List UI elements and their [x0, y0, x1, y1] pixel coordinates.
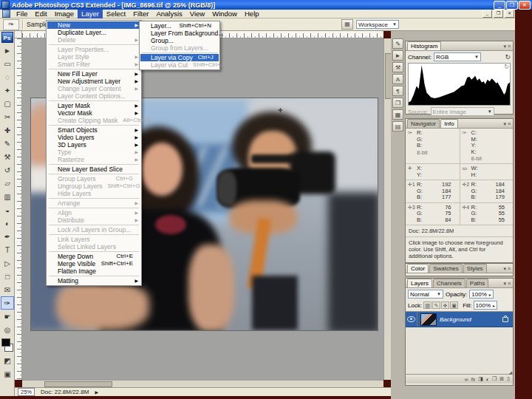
zoom-tool[interactable]: ◎: [1, 323, 14, 336]
menu-item-smart-objects[interactable]: Smart Objects▶: [47, 126, 140, 134]
layer-visibility-toggle[interactable]: [406, 312, 417, 327]
new-layer-icon[interactable]: ⊞: [499, 376, 504, 382]
collapse-panel-icon[interactable]: ▾: [503, 266, 506, 272]
menu-item-new-layer-based-slice[interactable]: New Layer Based Slice: [47, 166, 140, 173]
menu-item-merge-visible[interactable]: Merge VisibleShift+Ctrl+E: [47, 260, 140, 267]
type-tool[interactable]: T: [1, 243, 14, 256]
menu-image[interactable]: Image: [51, 10, 78, 18]
menu-item-vector-mask[interactable]: Vector Mask▶: [47, 109, 140, 117]
menu-item-3d-layers[interactable]: 3D Layers▶: [47, 141, 140, 149]
tab-layers[interactable]: Layers: [407, 279, 432, 287]
tab-color[interactable]: Color: [407, 264, 429, 273]
menu-analysis[interactable]: Analysis: [152, 10, 185, 18]
workspace-dropdown[interactable]: Workspace ▼: [356, 20, 399, 29]
collapse-panel-icon[interactable]: ▾: [503, 44, 506, 50]
vertical-scrollbar[interactable]: [383, 38, 391, 380]
blend-mode-dropdown[interactable]: Normal ▼: [408, 290, 443, 299]
lock-all-icon[interactable]: ▣: [450, 301, 458, 309]
brushes-palette-icon[interactable]: ✎: [392, 38, 403, 49]
new-adjustment-layer-icon[interactable]: ◐: [486, 377, 489, 382]
tab-histogram[interactable]: Histogram: [407, 41, 441, 50]
dodge-tool[interactable]: ◐: [1, 216, 14, 230]
notes-tool[interactable]: ✉: [1, 283, 14, 296]
menu-item-layer[interactable]: Layer...Shift+Ctrl+N: [140, 22, 219, 30]
slice-tool[interactable]: ✂: [1, 110, 14, 123]
layer-thumbnail[interactable]: [420, 313, 437, 326]
tab-info[interactable]: Info: [440, 119, 457, 128]
tab-paths[interactable]: Paths: [466, 279, 488, 287]
bridge-icon[interactable]: ▦: [341, 19, 353, 30]
tab-swatches[interactable]: Swatches: [429, 264, 463, 273]
menu-file[interactable]: File: [13, 10, 31, 18]
blur-tool[interactable]: ◒: [1, 203, 14, 216]
doc-minimize-button[interactable]: _: [482, 10, 492, 18]
status-arrow-button[interactable]: ▶: [95, 389, 98, 395]
channel-dropdown[interactable]: RGB ▼: [434, 52, 481, 61]
menu-item-group[interactable]: Group...: [140, 37, 219, 44]
tool-presets-icon[interactable]: ►: [392, 50, 403, 61]
eyedropper-tool-preset-icon[interactable]: ✑: [3, 19, 19, 30]
clone-source-icon[interactable]: ⚒: [392, 62, 403, 72]
scroll-thumb[interactable]: [44, 381, 112, 387]
hand-tool[interactable]: ☛: [1, 310, 14, 323]
new-group-icon[interactable]: ❒: [492, 376, 497, 382]
layer-comps-icon[interactable]: ❒: [392, 98, 403, 108]
menu-item-merge-down[interactable]: Merge DownCtrl+E: [47, 253, 140, 260]
horizontal-scrollbar[interactable]: [22, 380, 383, 387]
rectangular-marquee-tool[interactable]: ▭: [1, 57, 14, 70]
panel-menu-icon[interactable]: ≡: [508, 44, 511, 50]
photoshop-logo[interactable]: Ps: [1, 32, 13, 43]
pen-tool[interactable]: ✒: [1, 230, 14, 243]
delete-layer-icon[interactable]: ▯: [507, 376, 510, 382]
menu-view[interactable]: View: [186, 10, 208, 18]
menu-window[interactable]: Window: [208, 10, 241, 18]
add-layer-mask-icon[interactable]: ◨: [478, 376, 483, 382]
brush-tool[interactable]: ✎: [1, 137, 14, 150]
menu-item-duplicate-layer[interactable]: Duplicate Layer...: [47, 29, 140, 36]
lasso-tool[interactable]: ◌: [1, 70, 14, 83]
measurement-log-icon[interactable]: ▦: [392, 109, 403, 120]
menu-item-flatten-image[interactable]: Flatten Image: [47, 267, 140, 275]
menu-select[interactable]: Select: [103, 10, 129, 18]
foreground-color-swatch[interactable]: [1, 338, 10, 347]
minimize-button[interactable]: _: [494, 1, 505, 10]
quick-mask-button[interactable]: ◩: [1, 354, 14, 367]
path-selection-tool[interactable]: ▷: [1, 256, 14, 270]
collapse-panel-icon[interactable]: ▾: [503, 121, 506, 127]
lock-transparency-icon[interactable]: ▨: [423, 301, 432, 309]
menu-item-new-adjustment-layer[interactable]: New Adjustment Layer▶: [47, 78, 140, 85]
menu-layer[interactable]: Layer: [78, 10, 103, 18]
menu-item-matting[interactable]: Matting▶: [47, 277, 140, 284]
history-brush-tool[interactable]: ↺: [1, 163, 14, 177]
collapse-panel-icon[interactable]: ▾: [503, 281, 506, 287]
close-button[interactable]: ✕: [519, 1, 531, 10]
color-swatches[interactable]: [1, 338, 14, 352]
menu-filter[interactable]: Filter: [129, 10, 152, 18]
move-tool[interactable]: ►: [1, 44, 14, 57]
menu-item-layer-via-copy[interactable]: Layer via CopyCtrl+J: [140, 54, 219, 61]
eyedropper-tool[interactable]: ✑: [1, 296, 14, 310]
uncached-refresh-icon[interactable]: ↻: [504, 64, 509, 70]
doc-restore-button[interactable]: ❐: [494, 10, 503, 18]
vertical-ruler[interactable]: [15, 38, 22, 380]
crop-tool[interactable]: ▢: [1, 97, 14, 110]
menu-item-new-fill-layer[interactable]: New Fill Layer▶: [47, 70, 140, 78]
doc-close-button[interactable]: ✕: [505, 10, 514, 18]
panel-resize-nub[interactable]: ◢: [508, 369, 512, 375]
eraser-tool[interactable]: ▱: [1, 177, 14, 190]
menu-help[interactable]: Help: [241, 10, 263, 18]
menu-item-layer-from-background[interactable]: Layer From Background...: [140, 30, 219, 37]
fill-field[interactable]: 100% ▸: [474, 301, 497, 310]
gradient-tool[interactable]: ▥: [1, 190, 14, 203]
layer-style-icon[interactable]: fx: [471, 377, 475, 382]
panel-menu-icon[interactable]: ≡: [508, 121, 511, 127]
lock-position-icon[interactable]: ✜: [441, 301, 449, 309]
menu-item-video-layers[interactable]: Video Layers▶: [47, 134, 140, 141]
restore-button[interactable]: ❐: [506, 1, 518, 10]
character-palette-icon[interactable]: A: [392, 74, 403, 84]
clone-stamp-tool[interactable]: ⚒: [1, 150, 14, 163]
menu-item-layer-mask[interactable]: Layer Mask▶: [47, 102, 140, 109]
shape-tool[interactable]: □: [1, 270, 14, 283]
quick-selection-tool[interactable]: ✦: [1, 83, 14, 97]
screen-mode-button[interactable]: ▣: [1, 367, 14, 381]
